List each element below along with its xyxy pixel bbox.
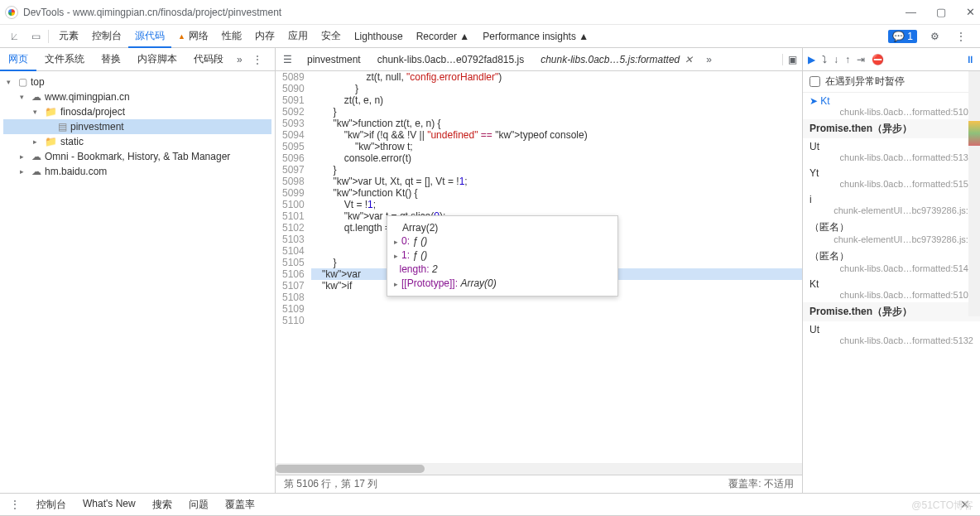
main-tab[interactable]: 网络 xyxy=(171,26,215,46)
tooltip-row[interactable]: ▸1: ƒ () xyxy=(394,248,611,263)
pause-icon[interactable]: ⏸ xyxy=(965,54,975,65)
close-icon[interactable]: ✕ xyxy=(966,6,975,18)
tree-node[interactable]: ▾☁www.qimingpian.cn xyxy=(3,89,271,104)
drawer-more-icon[interactable]: ⋮ xyxy=(5,499,25,510)
drawer-tab[interactable]: 覆盖率 xyxy=(217,494,263,515)
tree-node[interactable]: ▸☁Omni - Bookmark, History, & Tab Manage… xyxy=(3,149,271,164)
coverage-status: 覆盖率: 不适用 xyxy=(728,477,794,491)
subtabs-overflow-icon[interactable]: » xyxy=(232,54,247,65)
pause-on-exception-label: 在遇到异常时暂停 xyxy=(825,75,905,89)
horizontal-scrollbar[interactable] xyxy=(276,463,802,475)
editor-statusbar: 第 5106 行，第 17 列 覆盖率: 不适用 xyxy=(276,475,802,493)
maximize-icon[interactable]: ▢ xyxy=(936,6,946,18)
main-tab[interactable]: 应用 xyxy=(281,26,315,46)
source-subtab[interactable]: 网页 xyxy=(0,49,36,71)
pause-on-exception-checkbox[interactable] xyxy=(809,76,820,87)
subtabs-more-icon[interactable]: ⋮ xyxy=(247,54,267,65)
window-icon: ▢ xyxy=(18,76,27,88)
drawer-tab[interactable]: 搜索 xyxy=(144,494,180,515)
resume-icon[interactable]: ▶ xyxy=(808,54,815,65)
call-stack[interactable]: Ktchunk-libs.0acb…formatted:5106Promise.… xyxy=(803,93,980,493)
editortabs-overflow-icon[interactable]: » xyxy=(701,54,717,65)
tree-node[interactable]: ▾▢top xyxy=(3,75,271,89)
drawer-tab[interactable]: What's New xyxy=(74,494,144,515)
stack-frame[interactable]: Ktchunk-libs.0acb…formatted:5108 xyxy=(803,276,980,302)
editor-tab[interactable]: chunk-libs.0acb…5.js:formatted✕ xyxy=(532,51,701,69)
tooltip-title: Array(2) xyxy=(394,221,611,234)
watermark: @51CTO博客 xyxy=(911,499,973,513)
element-inspect-icon[interactable]: ⟀ xyxy=(5,27,23,46)
cloud-icon: ☁ xyxy=(31,166,41,177)
line-gutter: 5089509050915092509350945095509650975098… xyxy=(276,71,311,463)
main-tab[interactable]: Performance insights ▲ xyxy=(476,27,595,46)
chrome-icon xyxy=(5,6,18,19)
cloud-icon: ☁ xyxy=(31,151,41,162)
show-navigator-icon[interactable]: ▣ xyxy=(782,54,802,65)
stack-frame[interactable]: （匿名）chunk-libs.0acb…formatted:5142 xyxy=(803,247,980,276)
pause-on-exception[interactable]: 在遇到异常时暂停 xyxy=(803,71,980,93)
source-subtab[interactable]: 内容脚本 xyxy=(129,49,185,70)
tree-node[interactable]: ▸📁static xyxy=(3,134,271,149)
tooltip-row[interactable]: length: 2 xyxy=(394,263,611,277)
stack-frame[interactable]: Ytchunk-libs.0acb…formatted:5150 xyxy=(803,165,980,191)
stack-frame[interactable]: ichunk-elementUI…bc9739286.js:1 xyxy=(803,191,980,218)
main-tab[interactable]: Lighthouse xyxy=(348,27,410,46)
editor-tab[interactable]: pinvestment xyxy=(299,51,369,69)
tooltip-row[interactable]: ▸0: ƒ () xyxy=(394,234,611,248)
file-tree[interactable]: ▾▢top▾☁www.qimingpian.cn▾📁finosda/projec… xyxy=(0,71,276,493)
source-subtab[interactable]: 代码段 xyxy=(185,49,232,70)
main-tab[interactable]: Recorder ▲ xyxy=(410,27,477,46)
tree-node[interactable]: ▤pinvestment xyxy=(3,119,271,134)
deactivate-bp-icon[interactable]: ⛔ xyxy=(872,54,884,65)
tab-close-icon[interactable]: ✕ xyxy=(685,54,693,65)
cloud-icon: ☁ xyxy=(31,91,41,103)
main-tab[interactable]: 内存 xyxy=(248,26,281,46)
window-title: DevTools - www.qimingpian.cn/finosda/pro… xyxy=(23,7,281,18)
stack-group-header: Promise.then（异步） xyxy=(803,302,980,321)
drawer-tabbar: ⋮ 控制台What's New搜索问题覆盖率 ✕ xyxy=(0,493,980,516)
main-tab[interactable]: 控制台 xyxy=(85,26,128,46)
source-subtab[interactable]: 文件系统 xyxy=(36,49,93,70)
editor-tab[interactable]: chunk-libs.0acb…e0792fad815.js xyxy=(369,51,532,69)
value-tooltip: Array(2) ▸0: ƒ ()▸1: ƒ () length: 2▸[[Pr… xyxy=(387,215,618,297)
stack-group-header: Promise.then（异步） xyxy=(803,119,980,138)
cursor-position: 第 5106 行，第 17 列 xyxy=(284,477,377,491)
messages-badge[interactable]: 💬1 xyxy=(888,30,917,43)
main-tab[interactable]: 源代码 xyxy=(128,26,171,48)
stack-frame[interactable]: Utchunk-libs.0acb…formatted:5132 xyxy=(803,138,980,165)
tree-node[interactable]: ▸☁hm.baidu.com xyxy=(3,164,271,179)
main-tab[interactable]: 安全 xyxy=(315,26,348,46)
settings-icon[interactable]: ⚙ xyxy=(925,27,944,46)
source-subtab[interactable]: 替换 xyxy=(93,49,129,70)
main-tab[interactable]: 元素 xyxy=(52,26,85,46)
window-titlebar: DevTools - www.qimingpian.cn/finosda/pro… xyxy=(0,0,980,25)
more-icon[interactable]: ⋮ xyxy=(952,27,970,46)
debugger-sidebar: 在遇到异常时暂停 Ktchunk-libs.0acb…formatted:510… xyxy=(802,71,980,493)
sources-subtoolbar: 网页文件系统替换内容脚本代码段 » ⋮ ☰ pinvestmentchunk-l… xyxy=(0,48,980,71)
tree-node[interactable]: ▾📁finosda/project xyxy=(3,104,271,119)
stack-frame[interactable]: Utchunk-libs.0acb…formatted:5132 xyxy=(803,321,980,348)
step-over-icon[interactable]: ⤵ xyxy=(822,54,827,65)
device-toolbar-icon[interactable]: ▭ xyxy=(26,27,45,46)
folder-icon: 📁 xyxy=(45,106,57,118)
navigator-icon[interactable]: ☰ xyxy=(276,54,299,65)
devtools-main-toolbar: ⟀ ▭ 元素控制台源代码网络性能内存应用安全LighthouseRecorder… xyxy=(0,25,980,48)
main-tab[interactable]: 性能 xyxy=(215,26,248,46)
step-out-icon[interactable]: ↑ xyxy=(845,54,850,65)
step-icon[interactable]: ⇥ xyxy=(857,54,865,65)
file-icon: ▤ xyxy=(58,121,67,133)
drawer-tab[interactable]: 问题 xyxy=(180,494,217,515)
drawer-tab[interactable]: 控制台 xyxy=(28,494,74,515)
code-minimap-scrollbar[interactable] xyxy=(968,71,980,316)
folder-icon: 📁 xyxy=(45,136,57,147)
stack-frame[interactable]: （匿名）chunk-elementUI…bc9739286.js:1 xyxy=(803,218,980,247)
step-into-icon[interactable]: ↓ xyxy=(833,54,838,65)
stack-frame[interactable]: Ktchunk-libs.0acb…formatted:5106 xyxy=(803,93,980,119)
tooltip-row[interactable]: ▸[[Prototype]]: Array(0) xyxy=(394,277,611,291)
minimize-icon[interactable]: — xyxy=(906,6,916,18)
